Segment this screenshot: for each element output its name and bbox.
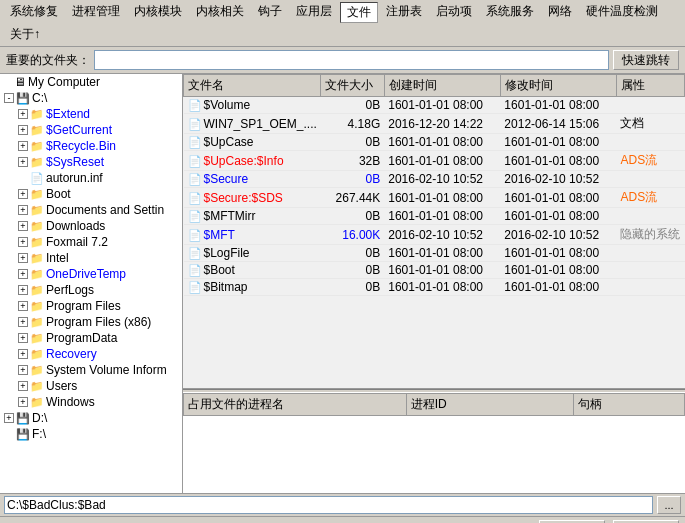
menu-hooks[interactable]: 钩子 xyxy=(252,2,288,23)
folder-icon-system-volume: 📁 xyxy=(30,364,44,377)
tree-label-sysreset: $SysReset xyxy=(46,155,104,169)
quick-jump-button[interactable]: 快速跳转 xyxy=(613,50,679,70)
file-name-cell: 📄WIN7_SP1_OEM_.... xyxy=(184,114,321,134)
tree-item-c-drive[interactable]: - 💾 C:\ xyxy=(0,90,182,106)
toolbar: 重要的文件夹： 快速跳转 xyxy=(0,47,685,74)
tree-expand-program-files[interactable]: + xyxy=(18,301,28,311)
tree-expand-foxmail[interactable]: + xyxy=(18,237,28,247)
folder-icon-users: 📁 xyxy=(30,380,44,393)
file-col-name[interactable]: 文件名 xyxy=(184,75,321,97)
tree-item-sysreset[interactable]: + 📁 $SysReset xyxy=(0,154,182,170)
tree-expand-downloads[interactable]: + xyxy=(18,221,28,231)
tree-item-downloads[interactable]: + 📁 Downloads xyxy=(0,218,182,234)
file-attr-cell xyxy=(616,97,684,114)
path-input[interactable] xyxy=(4,496,653,514)
tree-expand-intel[interactable]: + xyxy=(18,253,28,263)
tree-expand-extend[interactable]: + xyxy=(18,109,28,119)
table-row[interactable]: 📄$Boot 0B 1601-01-01 08:00 1601-01-01 08… xyxy=(184,262,685,279)
file-col-modified[interactable]: 修改时间 xyxy=(500,75,616,97)
tree-item-program-files-x86[interactable]: + 📁 Program Files (x86) xyxy=(0,314,182,330)
tree-expand-system-volume[interactable]: + xyxy=(18,365,28,375)
tree-item-program-files[interactable]: + 📁 Program Files xyxy=(0,298,182,314)
menu-file[interactable]: 文件 xyxy=(340,2,378,23)
file-attr-cell: 文档 xyxy=(616,114,684,134)
table-row[interactable]: 📄$Secure:$SDS 267.44K 1601-01-01 08:00 1… xyxy=(184,188,685,208)
tree-expand-onedrivetemp[interactable]: + xyxy=(18,269,28,279)
tree-expand-boot[interactable]: + xyxy=(18,189,28,199)
menu-kernel-module[interactable]: 内核模块 xyxy=(128,2,188,23)
tree-item-boot[interactable]: + 📁 Boot xyxy=(0,186,182,202)
process-col-handle: 句柄 xyxy=(573,394,684,416)
tree-item-docs[interactable]: + 📁 Documents and Settin xyxy=(0,202,182,218)
file-icon: 📄 xyxy=(188,173,202,185)
tree-expand-users[interactable]: + xyxy=(18,381,28,391)
tree-expand-docs[interactable]: + xyxy=(18,205,28,215)
file-icon: 📄 xyxy=(188,118,202,130)
menu-process-mgmt[interactable]: 进程管理 xyxy=(66,2,126,23)
file-col-attr[interactable]: 属性 xyxy=(616,75,684,97)
tree-expand-recycle[interactable]: + xyxy=(18,141,28,151)
tree-item-foxmail[interactable]: + 📁 Foxmail 7.2 xyxy=(0,234,182,250)
file-col-created[interactable]: 创建时间 xyxy=(384,75,500,97)
tree-item-windows[interactable]: + 📁 Windows xyxy=(0,394,182,410)
tree-item-intel[interactable]: + 📁 Intel xyxy=(0,250,182,266)
file-modified-cell: 1601-01-01 08:00 xyxy=(500,151,616,171)
menu-hw-temp[interactable]: 硬件温度检测 xyxy=(580,2,664,23)
folder-icon-getcurrent: 📁 xyxy=(30,124,44,137)
menu-registry[interactable]: 注册表 xyxy=(380,2,428,23)
file-name-cell: 📄$Secure xyxy=(184,171,321,188)
tree-expand-c[interactable]: - xyxy=(4,93,14,103)
tree-expand-program-files-x86[interactable]: + xyxy=(18,317,28,327)
menu-kernel-related[interactable]: 内核相关 xyxy=(190,2,250,23)
table-row[interactable]: 📄$UpCase:$Info 32B 1601-01-01 08:00 1601… xyxy=(184,151,685,171)
tree-item-extend[interactable]: + 📁 $Extend xyxy=(0,106,182,122)
menu-app-layer[interactable]: 应用层 xyxy=(290,2,338,23)
tree-item-recovery[interactable]: + 📁 Recovery xyxy=(0,346,182,362)
tree-expand-windows[interactable]: + xyxy=(18,397,28,407)
browse-button[interactable]: ... xyxy=(657,496,681,514)
tree-item-onedrivetemp[interactable]: + 📁 OneDriveTemp xyxy=(0,266,182,282)
tree-expand-getcurrent[interactable]: + xyxy=(18,125,28,135)
file-icon: 📄 xyxy=(188,210,202,222)
folder-icon-docs: 📁 xyxy=(30,204,44,217)
file-col-size[interactable]: 文件大小 xyxy=(321,75,384,97)
tree-expand-programdata[interactable]: + xyxy=(18,333,28,343)
tree-label-program-files-x86: Program Files (x86) xyxy=(46,315,151,329)
tree-item-getcurrent[interactable]: + 📁 $GetCurrent xyxy=(0,122,182,138)
table-row[interactable]: 📄$MFTMirr 0B 1601-01-01 08:00 1601-01-01… xyxy=(184,208,685,225)
tree-item-perflogs[interactable]: + 📁 PerfLogs xyxy=(0,282,182,298)
table-row[interactable]: 📄$LogFile 0B 1601-01-01 08:00 1601-01-01… xyxy=(184,245,685,262)
table-row[interactable]: 📄WIN7_SP1_OEM_.... 4.18G 2016-12-20 14:2… xyxy=(184,114,685,134)
tree-label-my-computer: My Computer xyxy=(28,75,100,89)
tree-item-autorun[interactable]: 📄 autorun.inf xyxy=(0,170,182,186)
file-modified-cell: 1601-01-01 08:00 xyxy=(500,134,616,151)
process-table-container: 占用文件的进程名 进程ID 句柄 xyxy=(183,393,685,493)
menu-network[interactable]: 网络 xyxy=(542,2,578,23)
file-icon: 📄 xyxy=(188,229,202,241)
tree-item-system-volume[interactable]: + 📁 System Volume Inform xyxy=(0,362,182,378)
tree-item-d-drive[interactable]: + 💾 D:\ xyxy=(0,410,182,426)
table-row[interactable]: 📄$Volume 0B 1601-01-01 08:00 1601-01-01 … xyxy=(184,97,685,114)
file-created-cell: 2016-02-10 10:52 xyxy=(384,225,500,245)
tree-expand-perflogs[interactable]: + xyxy=(18,285,28,295)
tree-expand-d[interactable]: + xyxy=(4,413,14,423)
toolbar-path-input[interactable] xyxy=(94,50,609,70)
table-row[interactable]: 📄$MFT 16.00K 2016-02-10 10:52 2016-02-10… xyxy=(184,225,685,245)
main-content: 🖥 My Computer - 💾 C:\ + 📁 $Extend + 📁 $G… xyxy=(0,74,685,493)
tree-item-programdata[interactable]: + 📁 ProgramData xyxy=(0,330,182,346)
file-modified-cell: 1601-01-01 08:00 xyxy=(500,97,616,114)
tree-item-f-drive[interactable]: 💾 F:\ xyxy=(0,426,182,442)
tree-expand-recovery[interactable]: + xyxy=(18,349,28,359)
table-row[interactable]: 📄$UpCase 0B 1601-01-01 08:00 1601-01-01 … xyxy=(184,134,685,151)
tree-expand-sysreset[interactable]: + xyxy=(18,157,28,167)
menu-system-service[interactable]: 系统服务 xyxy=(480,2,540,23)
tree-item-recycle-bin[interactable]: + 📁 $Recycle.Bin xyxy=(0,138,182,154)
menu-about[interactable]: 关于↑ xyxy=(4,25,46,44)
tree-item-users[interactable]: + 📁 Users xyxy=(0,378,182,394)
table-row[interactable]: 📄$Bitmap 0B 1601-01-01 08:00 1601-01-01 … xyxy=(184,279,685,296)
menu-system-repair[interactable]: 系统修复 xyxy=(4,2,64,23)
menu-startup[interactable]: 启动项 xyxy=(430,2,478,23)
tree-label-recycle: $Recycle.Bin xyxy=(46,139,116,153)
table-row[interactable]: 📄$Secure 0B 2016-02-10 10:52 2016-02-10 … xyxy=(184,171,685,188)
tree-root-my-computer[interactable]: 🖥 My Computer xyxy=(0,74,182,90)
